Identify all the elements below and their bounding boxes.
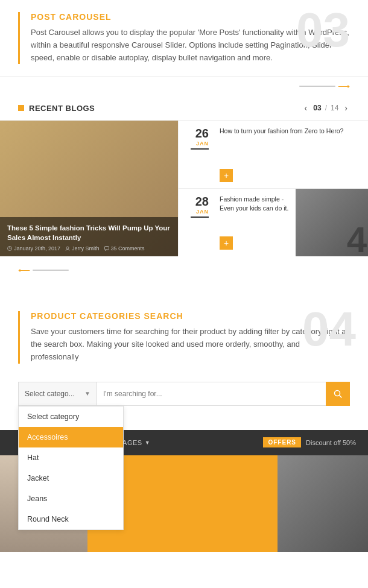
- category-dropdown[interactable]: Select catego... ▼: [18, 382, 97, 406]
- blog-comments-meta: 35 Comments: [104, 245, 145, 251]
- blog-item-2[interactable]: 28 JAN Fashion made simple - Even your k…: [178, 188, 368, 256]
- post-carousel-section: POST CAROUSEL Post Carousel allows you t…: [0, 0, 368, 77]
- blog-meta: January 20th, 2017 Jerry Smith 35 Commen…: [7, 245, 171, 251]
- spacer-1: [0, 281, 368, 293]
- bottom-right-img-placeholder: [278, 455, 368, 552]
- scroll-right-arrow: ⟶: [338, 81, 350, 91]
- recent-blogs-title-row: RECENT BLOGS: [18, 104, 95, 113]
- bottom-right-image: [278, 455, 368, 552]
- search-input[interactable]: [97, 382, 326, 406]
- blog-thumb-2: 4: [296, 189, 368, 256]
- blog-date-1: 26 JAN: [179, 121, 215, 188]
- blog-nav-prev[interactable]: ‹: [302, 102, 310, 114]
- blog-main-image[interactable]: These 5 Simple fashion Tricks Will Pump …: [0, 121, 178, 256]
- scroll-left-arrow: ⟵: [18, 265, 30, 275]
- recent-blogs-label: RECENT BLOGS: [29, 104, 95, 113]
- dropdown-menu: Select category Accessoires Hat Jacket J…: [18, 406, 124, 530]
- search-widget: Select catego... ▼ Select category Acces…: [0, 376, 368, 412]
- blog-date-2: 28 JAN: [179, 189, 215, 256]
- blog-nav-sep: /: [325, 104, 327, 112]
- blog-date-line-1: [191, 148, 209, 150]
- left-scroll-track: [33, 270, 69, 271]
- nav-pages-chevron-icon: ▼: [145, 440, 150, 446]
- section-number-04: 04: [302, 305, 356, 353]
- blog-right-column: 26 JAN How to turn your fashion from Zer…: [178, 121, 368, 259]
- scroll-track: [299, 86, 335, 87]
- svg-line-6: [340, 395, 342, 397]
- left-arrow-row: ⟵: [0, 259, 368, 281]
- blog-content-1: How to turn your fashion from Zero to He…: [215, 121, 368, 188]
- blog-grid: These 5 Simple fashion Tricks Will Pump …: [0, 121, 368, 259]
- scroll-indicator: ⟶: [299, 81, 350, 91]
- product-categories-section: PRODUCT CATEGORIES SEARCH Save your cust…: [0, 293, 368, 375]
- dropdown-option-0[interactable]: Select category: [19, 406, 123, 427]
- blog-item-1[interactable]: 26 JAN How to turn your fashion from Zer…: [178, 121, 368, 188]
- blog-author-meta: Jerry Smith: [65, 245, 100, 251]
- search-bar-row: Select catego... ▼ Select category Acces…: [18, 382, 350, 406]
- blog-1-plus-btn[interactable]: +: [220, 169, 233, 182]
- offers-area: OFFERS Discount off 50%: [263, 437, 356, 447]
- pcs-content: PRODUCT CATEGORIES SEARCH Save your cust…: [18, 311, 350, 363]
- dropdown-option-4[interactable]: Jeans: [19, 488, 123, 509]
- blog-nav: ‹ 03 / 14 ›: [302, 102, 350, 114]
- scroll-bar-row: ⟶: [0, 77, 368, 96]
- blog-date-line-2: [191, 217, 209, 218]
- dropdown-option-3[interactable]: Jacket: [19, 468, 123, 488]
- blog-main-overlay: These 5 Simple fashion Tricks Will Pump …: [0, 217, 178, 256]
- left-scroll-indicator: ⟵: [18, 265, 350, 275]
- svg-point-3: [66, 247, 69, 249]
- search-icon: [334, 390, 342, 398]
- discount-text: Discount off 50%: [301, 439, 356, 446]
- category-dropdown-wrapper: Select catego... ▼ Select category Acces…: [18, 382, 97, 406]
- dropdown-option-2[interactable]: Hat: [19, 447, 123, 468]
- blog-main-title: These 5 Simple fashion Tricks Will Pump …: [7, 223, 171, 242]
- blog-nav-total: 14: [331, 104, 338, 112]
- blog-content-2: Fashion made simple - Even your kids can…: [215, 189, 296, 256]
- dropdown-option-1[interactable]: Accessoires: [19, 427, 123, 447]
- search-button[interactable]: [326, 382, 350, 406]
- category-dropdown-text: Select catego...: [25, 390, 81, 398]
- blog-2-plus-btn[interactable]: +: [220, 236, 233, 250]
- dropdown-option-5[interactable]: Round Neck: [19, 509, 123, 530]
- section-number-03: 03: [296, 6, 350, 54]
- blog-date-meta: January 20th, 2017: [7, 245, 60, 251]
- blog-nav-current: 03: [313, 104, 321, 112]
- blog-post-number: 4: [347, 224, 368, 256]
- recent-blogs-header: RECENT BLOGS ‹ 03 / 14 ›: [0, 96, 368, 121]
- yellow-square-icon: [18, 105, 24, 111]
- chevron-down-icon: ▼: [84, 390, 90, 397]
- offers-badge[interactable]: OFFERS: [263, 437, 301, 447]
- blog-nav-next[interactable]: ›: [342, 102, 350, 114]
- svg-rect-4: [104, 247, 109, 250]
